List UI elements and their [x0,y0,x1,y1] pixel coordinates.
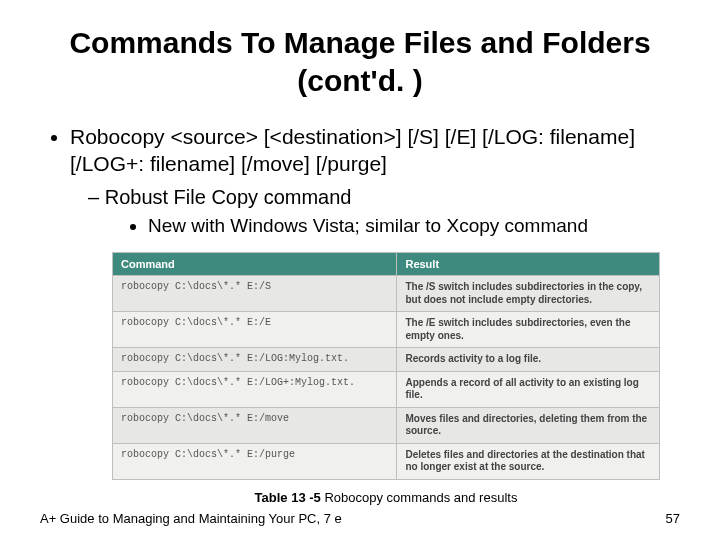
command-table-wrap: Command Result robocopy C:\docs\*.* E:/S… [112,252,660,505]
table-row: robocopy C:\docs\*.* E:/E The /E switch … [113,312,660,348]
footer: A+ Guide to Managing and Maintaining You… [40,511,680,526]
cell-result: Moves files and directories, deleting th… [397,407,660,443]
cell-result: Appends a record of all activity to an e… [397,371,660,407]
bullet-sub1: Robust File Copy command New with Window… [88,184,680,239]
footer-left: A+ Guide to Managing and Maintaining You… [40,511,342,526]
bullet-main: Robocopy <source> [<destination>] [/S] [… [70,123,680,238]
caption-text: Robocopy commands and results [321,490,518,505]
caption-label: Table 13 -5 [255,490,321,505]
bullet-sub2: New with Windows Vista; similar to Xcopy… [148,214,680,239]
footer-page-number: 57 [666,511,680,526]
table-caption: Table 13 -5 Robocopy commands and result… [112,490,660,505]
header-result: Result [397,253,660,276]
cell-command: robocopy C:\docs\*.* E:/LOG:Mylog.txt. [113,348,397,372]
table-row: robocopy C:\docs\*.* E:/S The /S switch … [113,276,660,312]
bullet-sub2-list: New with Windows Vista; similar to Xcopy… [128,214,680,239]
slide: Commands To Manage Files and Folders (co… [0,0,720,540]
bullet-list: Robocopy <source> [<destination>] [/S] [… [48,123,680,238]
slide-title: Commands To Manage Files and Folders (co… [40,24,680,99]
cell-command: robocopy C:\docs\*.* E:/purge [113,443,397,479]
table-row: robocopy C:\docs\*.* E:/purge Deletes fi… [113,443,660,479]
cell-command: robocopy C:\docs\*.* E:/LOG+:Mylog.txt. [113,371,397,407]
cell-command: robocopy C:\docs\*.* E:/S [113,276,397,312]
command-table: Command Result robocopy C:\docs\*.* E:/S… [112,252,660,480]
cell-result: The /E switch includes subdirectories, e… [397,312,660,348]
bullet-sub1-list: Robust File Copy command New with Window… [88,184,680,239]
cell-result: The /S switch includes subdirectories in… [397,276,660,312]
header-command: Command [113,253,397,276]
cell-result: Deletes files and directories at the des… [397,443,660,479]
cell-command: robocopy C:\docs\*.* E:/E [113,312,397,348]
table-row: robocopy C:\docs\*.* E:/LOG+:Mylog.txt. … [113,371,660,407]
cell-result: Records activity to a log file. [397,348,660,372]
cell-command: robocopy C:\docs\*.* E:/move [113,407,397,443]
table-header-row: Command Result [113,253,660,276]
bullet-main-text: Robocopy <source> [<destination>] [/S] [… [70,125,635,175]
bullet-sub1-text: Robust File Copy command [105,186,352,208]
table-row: robocopy C:\docs\*.* E:/move Moves files… [113,407,660,443]
table-row: robocopy C:\docs\*.* E:/LOG:Mylog.txt. R… [113,348,660,372]
